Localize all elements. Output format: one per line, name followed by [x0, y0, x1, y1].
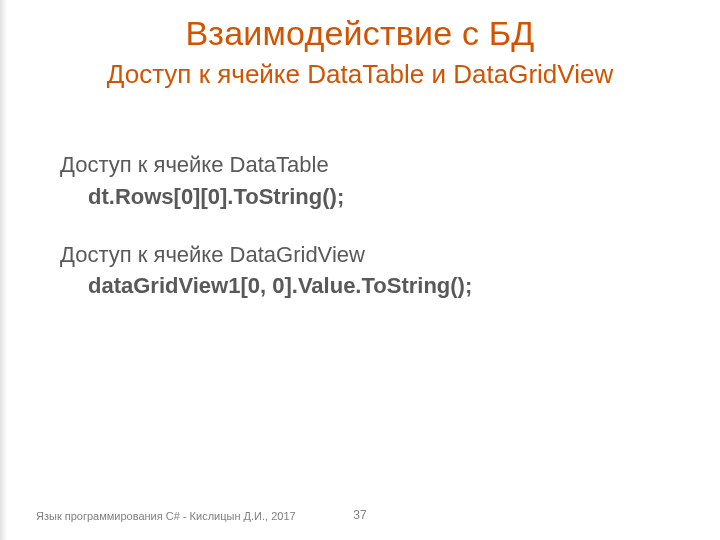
left-shadow [0, 0, 7, 540]
footer-attribution: Язык программирования C# - Кислицын Д.И.… [36, 510, 296, 522]
page-number: 37 [353, 508, 366, 522]
datagridview-label: Доступ к ячейке DataGridView [60, 240, 680, 270]
slide: Взаимодействие с БД Доступ к ячейке Data… [0, 0, 720, 540]
datagridview-code: dataGridView1[0, 0].Value.ToString(); [60, 271, 680, 301]
datatable-label: Доступ к ячейке DataTable [60, 150, 680, 180]
slide-title: Взаимодействие с БД [40, 14, 680, 53]
slide-subtitle: Доступ к ячейке DataTable и DataGridView [40, 59, 680, 90]
datatable-code: dt.Rows[0][0].ToString(); [60, 182, 680, 212]
slide-body: Доступ к ячейке DataTable dt.Rows[0][0].… [40, 150, 680, 301]
